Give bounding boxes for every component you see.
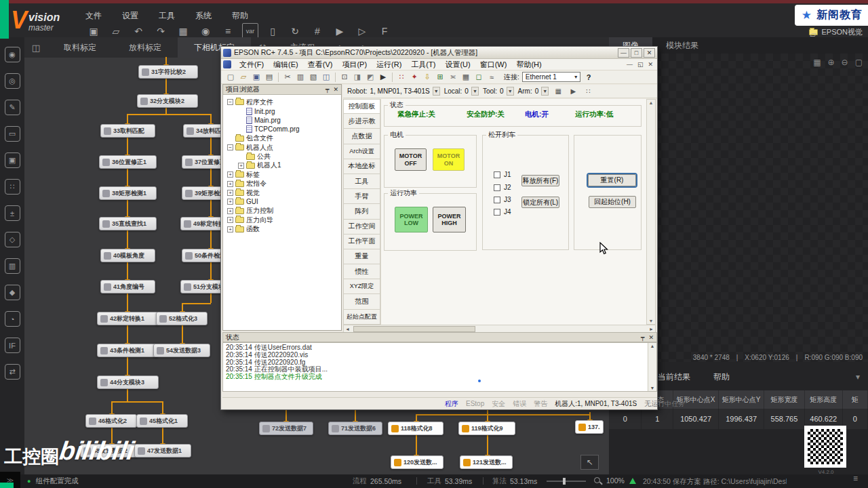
epson-menu-item[interactable]: 工具(T)	[406, 60, 440, 70]
aim-icon[interactable]: ◎	[5, 73, 20, 89]
lock-icon[interactable]: ▦	[175, 23, 191, 39]
home-button[interactable]: 回起始位(H)	[589, 196, 636, 208]
flow-node[interactable]: 44分支模块3	[97, 375, 159, 389]
epson-toolbar-icon[interactable]: ⇩	[421, 72, 433, 83]
expand-icon[interactable]: +	[238, 163, 244, 169]
mdi-minimize-button[interactable]: —	[627, 61, 633, 68]
measure-icon[interactable]: ▭	[5, 126, 20, 142]
rm-tab-工具[interactable]: 工具	[343, 174, 380, 189]
flow-node[interactable]: 54发送数据3	[153, 344, 210, 357]
motor-off-button[interactable]: MOTOROFF	[395, 148, 427, 171]
flow-node[interactable]: 119格式化9	[458, 422, 515, 435]
epson-menu-item[interactable]: 帮助(H)	[511, 60, 546, 70]
flow-node[interactable]: 41角度编号	[100, 280, 155, 293]
release-all-button[interactable]: 释放所有(F)	[521, 175, 559, 186]
flow-icon[interactable]: ◫	[24, 37, 47, 58]
epson-toolbar-icon[interactable]: ▥	[294, 72, 307, 83]
run-icon[interactable]: ▶	[332, 23, 348, 39]
run-window-icon[interactable]: ▶	[568, 86, 578, 96]
tab-模块结果[interactable]: 模块结果	[652, 37, 712, 54]
power-high-button[interactable]: POWERHIGH	[433, 207, 466, 232]
open-icon[interactable]: ▱	[108, 23, 124, 39]
flow-node[interactable]: 46格式化2	[85, 414, 137, 428]
flow-node[interactable]: 120发送数...	[391, 455, 443, 469]
epson-toolbar-icon[interactable]: ≍	[447, 72, 459, 83]
var-icon[interactable]: var	[242, 23, 258, 39]
epson-toolbar-icon[interactable]: ⊡	[338, 72, 351, 83]
pin-icon[interactable]: ┯	[326, 86, 329, 93]
flow-node[interactable]: 35直线查找1	[99, 217, 157, 230]
epson-menu-item[interactable]: 项目(P)	[337, 60, 372, 70]
epson-toolbar-icon[interactable]: ▱	[237, 72, 250, 83]
brake-checkbox-J4[interactable]: J4	[494, 208, 511, 216]
epson-toolbar-icon[interactable]: ◫	[320, 72, 332, 83]
tree-item[interactable]: −程序文件	[227, 98, 341, 106]
close-button[interactable]: ✕	[644, 48, 655, 58]
tree-item[interactable]: 包含文件	[227, 134, 341, 143]
robot-bar-select[interactable]: Arm:0▼	[518, 87, 549, 96]
epson-toolbar-icon[interactable]: ⊞	[434, 72, 446, 83]
tree-item[interactable]: +机器人1	[227, 161, 341, 170]
flow-node[interactable]: 31字符比较2	[138, 65, 198, 79]
flow-node[interactable]: 32分支模块2	[137, 94, 198, 108]
robot-bar-select[interactable]: Robot:1, MNP01, T3-401S▼	[347, 87, 440, 96]
zoom-slider[interactable]	[547, 481, 586, 482]
result-tab-帮助[interactable]: 帮助	[713, 371, 730, 383]
checkbox[interactable]	[494, 171, 500, 178]
epson-toolbar-icon[interactable]: ▣	[250, 72, 262, 83]
expand-icon[interactable]: +	[227, 199, 233, 205]
undo-icon[interactable]: ↶	[130, 23, 146, 39]
collapse-icon[interactable]: −	[227, 99, 233, 105]
code-icon[interactable]: #	[309, 23, 326, 39]
checkbox[interactable]	[494, 197, 500, 203]
menu-icon[interactable]: ≡	[853, 474, 858, 483]
fill-icon[interactable]: ◆	[5, 285, 20, 300]
robot-bar-select[interactable]: Local:0▼	[444, 87, 479, 96]
epson-toolbar-icon[interactable]: ✦	[408, 72, 420, 83]
vm-menu-item[interactable]: 文件	[85, 10, 102, 22]
epson-menu-item[interactable]: 运行(R)	[372, 60, 406, 70]
rm-tab-起始点配置[interactable]: 起始点配置	[343, 310, 380, 325]
fit-view-button[interactable]: ↖	[580, 455, 599, 470]
epson-menu-item[interactable]: 窗口(W)	[475, 60, 512, 70]
connection-select[interactable]: Ethernet 1▼	[522, 72, 580, 82]
close-icon[interactable]: ✕	[333, 86, 338, 93]
vm-tab-放料标定[interactable]: 放料标定	[113, 37, 178, 58]
rm-tab-范围[interactable]: 范围	[343, 294, 380, 309]
tree-item[interactable]: 公共	[227, 152, 341, 161]
expand-icon[interactable]: +	[227, 226, 233, 232]
if-icon[interactable]: IF	[5, 338, 20, 353]
epson-toolbar-icon[interactable]: ≈	[486, 72, 498, 83]
epson-menu-item[interactable]: 编辑(E)	[269, 60, 303, 70]
rm-tab-手臂[interactable]: 手臂	[343, 189, 380, 204]
mdi-close-button[interactable]: ✕	[648, 61, 653, 68]
step-run-icon[interactable]: ▷	[354, 23, 370, 39]
redo-icon[interactable]: ↷	[153, 23, 169, 39]
epson-toolbar-icon[interactable]: ✂	[281, 72, 294, 83]
tree-item[interactable]: Init.prg	[227, 106, 341, 115]
tree-item[interactable]: +压力向导	[227, 216, 341, 224]
flow-node[interactable]: 121发送数...	[460, 455, 513, 469]
pin-icon[interactable]: ┯	[641, 334, 644, 341]
adjust-icon[interactable]: ≡	[220, 23, 236, 39]
expand-icon[interactable]: +	[227, 171, 233, 178]
epson-menu-item[interactable]: 文件(F)	[235, 60, 269, 70]
expand-icon[interactable]: +	[227, 208, 233, 214]
expand-icon[interactable]: +	[227, 181, 233, 187]
rm-tab-点数据[interactable]: 点数据	[343, 129, 380, 144]
epson-toolbar-icon[interactable]: ∷	[395, 72, 408, 83]
epson-toolbar-icon[interactable]: ▶	[377, 72, 389, 83]
minimize-button[interactable]: —	[618, 48, 629, 58]
maximize-button[interactable]: □	[631, 48, 642, 58]
rm-tab-工作空间[interactable]: 工作空间	[343, 220, 380, 235]
compare-icon[interactable]: ▥	[5, 258, 20, 274]
tree-item[interactable]: −机器人点	[227, 143, 341, 152]
grid-icon[interactable]: ▦	[813, 58, 821, 67]
tree-item[interactable]: TCPComm.prg	[227, 125, 341, 134]
flow-node[interactable]: 118格式化8	[388, 422, 443, 435]
flow-node[interactable]: 43条件检测1	[97, 344, 159, 357]
vm-menu-item[interactable]: 设置	[122, 10, 138, 22]
fullscreen-icon[interactable]: ▢	[855, 58, 863, 67]
flow-node[interactable]: 38矩形检测1	[99, 186, 157, 200]
flow-node[interactable]: 42标定转换1	[97, 312, 159, 325]
